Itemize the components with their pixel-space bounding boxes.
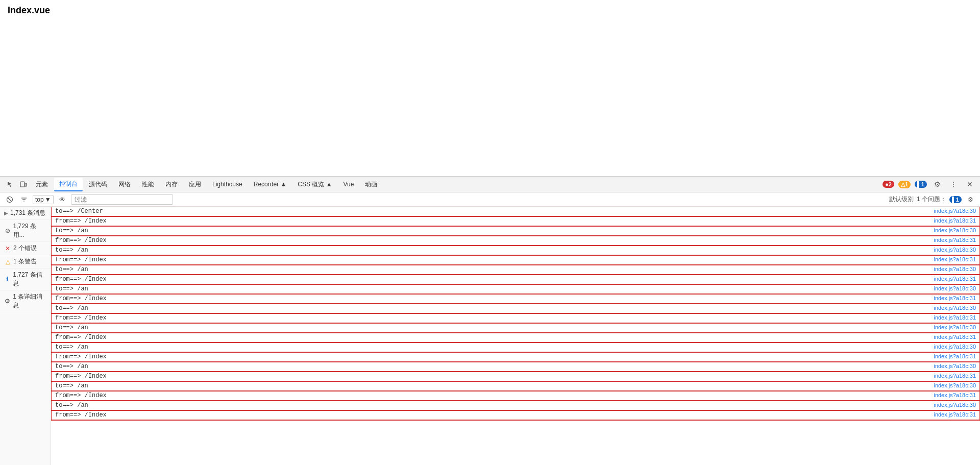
error-badge[interactable]: ●2 bbox=[883, 181, 894, 188]
clear-console-icon[interactable] bbox=[4, 194, 15, 205]
verbose-icon: ⊘ bbox=[4, 227, 11, 234]
context-selector[interactable]: top ▼ bbox=[33, 195, 54, 204]
console-main: ▶ 1,731 条消息 ⊘ 1,729 条用... ✕ 2 个错误 △ 1 条警… bbox=[0, 207, 980, 465]
log-entry: from==> /Indexindex.js?a18c:31 bbox=[51, 391, 980, 401]
log-source[interactable]: index.js?a18c:30 bbox=[929, 401, 980, 408]
devtools-toolbar: 元素 控制台 源代码 网络 性能 内存 应用 Lighthouse Record… bbox=[0, 176, 980, 192]
log-message: from==> /Index bbox=[51, 217, 929, 225]
info-badge[interactable]: ▌1 bbox=[915, 181, 927, 188]
warning-badge[interactable]: △1 bbox=[898, 181, 911, 188]
console-right: 默认级别 1 个问题： ▌1 ⚙ bbox=[889, 194, 976, 205]
log-entry: from==> /Indexindex.js?a18c:31 bbox=[51, 333, 980, 342]
tab-application[interactable]: 应用 bbox=[184, 178, 206, 191]
log-message: to==> /an bbox=[51, 304, 929, 312]
log-message: to==> /Center bbox=[51, 207, 929, 215]
filter-input[interactable] bbox=[71, 194, 173, 205]
log-source[interactable]: index.js?a18c:31 bbox=[929, 256, 980, 263]
log-source[interactable]: index.js?a18c:31 bbox=[929, 411, 980, 418]
tab-memory[interactable]: 内存 bbox=[160, 178, 183, 191]
log-message: to==> /an bbox=[51, 246, 929, 254]
more-icon[interactable]: ⋮ bbox=[947, 178, 960, 190]
console-settings-icon[interactable]: ⚙ bbox=[965, 194, 976, 205]
log-entry: from==> /Indexindex.js?a18c:31 bbox=[51, 352, 980, 362]
log-source[interactable]: index.js?a18c:30 bbox=[929, 304, 980, 311]
sidebar-item-errors-label: 2 个错误 bbox=[13, 244, 37, 253]
cursor-icon[interactable] bbox=[4, 178, 16, 190]
console-toolbar: top ▼ 👁 默认级别 1 个问题： ▌1 ⚙ bbox=[0, 192, 980, 207]
sidebar-item-errors[interactable]: ✕ 2 个错误 bbox=[0, 242, 51, 255]
log-source[interactable]: index.js?a18c:31 bbox=[929, 275, 980, 282]
warning-icon: △ bbox=[4, 258, 11, 265]
log-source[interactable]: index.js?a18c:31 bbox=[929, 217, 980, 224]
log-source[interactable]: index.js?a18c:30 bbox=[929, 246, 980, 253]
log-message: from==> /Index bbox=[51, 411, 929, 419]
log-entry: from==> /Indexindex.js?a18c:31 bbox=[51, 236, 980, 246]
close-icon[interactable]: ✕ bbox=[964, 178, 976, 190]
settings-icon[interactable]: ⚙ bbox=[931, 178, 943, 190]
log-message: to==> /an bbox=[51, 285, 929, 293]
log-source[interactable]: index.js?a18c:30 bbox=[929, 382, 980, 389]
console-sidebar: ▶ 1,731 条消息 ⊘ 1,729 条用... ✕ 2 个错误 △ 1 条警… bbox=[0, 207, 51, 465]
page-content: Index.vue bbox=[0, 0, 980, 176]
log-source[interactable]: index.js?a18c:30 bbox=[929, 285, 980, 292]
tab-performance[interactable]: 性能 bbox=[137, 178, 159, 191]
tab-console[interactable]: 控制台 bbox=[54, 178, 83, 191]
log-source[interactable]: index.js?a18c:30 bbox=[929, 265, 980, 273]
sidebar-item-verbose2[interactable]: ⚙ 1 条详细消息 bbox=[0, 290, 51, 312]
log-source[interactable]: index.js?a18c:31 bbox=[929, 295, 980, 302]
tab-network[interactable]: 网络 bbox=[113, 178, 136, 191]
sidebar-item-all[interactable]: ▶ 1,731 条消息 bbox=[0, 207, 51, 220]
console-log-area: to==> /Centerindex.js?a18c:30from==> /In… bbox=[51, 207, 980, 465]
log-source[interactable]: index.js?a18c:30 bbox=[929, 207, 980, 214]
log-message: to==> /an bbox=[51, 324, 929, 332]
sidebar-item-warnings[interactable]: △ 1 条警告 bbox=[0, 255, 51, 268]
device-icon[interactable] bbox=[17, 178, 30, 190]
svg-line-3 bbox=[8, 198, 12, 201]
tab-recorder[interactable]: Recorder ▲ bbox=[249, 179, 292, 190]
log-message: from==> /Index bbox=[51, 372, 929, 380]
log-source[interactable]: index.js?a18c:31 bbox=[929, 353, 980, 360]
default-level-label[interactable]: 默认级别 bbox=[889, 195, 914, 204]
log-source[interactable]: index.js?a18c:31 bbox=[929, 391, 980, 399]
log-message: to==> /an bbox=[51, 343, 929, 351]
log-source[interactable]: index.js?a18c:31 bbox=[929, 372, 980, 379]
log-entry: to==> /anindex.js?a18c:30 bbox=[51, 362, 980, 372]
tab-lighthouse[interactable]: Lighthouse bbox=[207, 179, 248, 190]
sidebar-item-verbose2-label: 1 条详细消息 bbox=[13, 292, 46, 310]
tab-elements[interactable]: 元素 bbox=[31, 178, 53, 191]
log-entry: to==> /anindex.js?a18c:30 bbox=[51, 381, 980, 391]
error-icon: ✕ bbox=[4, 245, 11, 252]
log-source[interactable]: index.js?a18c:31 bbox=[929, 236, 980, 243]
context-label: top bbox=[35, 196, 44, 203]
log-message: from==> /Index bbox=[51, 391, 929, 400]
tab-animations[interactable]: 动画 bbox=[360, 178, 382, 191]
eye-icon[interactable]: 👁 bbox=[57, 194, 68, 205]
tab-sources[interactable]: 源代码 bbox=[84, 178, 112, 191]
tab-vue[interactable]: Vue bbox=[338, 179, 359, 190]
svg-rect-0 bbox=[20, 182, 24, 187]
sidebar-item-info[interactable]: ℹ 1,727 条信息 bbox=[0, 268, 51, 290]
log-entry: to==> /anindex.js?a18c:30 bbox=[51, 304, 980, 313]
log-message: from==> /Index bbox=[51, 295, 929, 303]
log-entry: from==> /Indexindex.js?a18c:31 bbox=[51, 294, 980, 304]
log-message: from==> /Index bbox=[51, 256, 929, 264]
log-entry: to==> /anindex.js?a18c:30 bbox=[51, 323, 980, 333]
dropdown-arrow-icon: ▼ bbox=[45, 196, 51, 203]
log-entry: to==> /anindex.js?a18c:30 bbox=[51, 401, 980, 410]
log-source[interactable]: index.js?a18c:31 bbox=[929, 333, 980, 340]
log-source[interactable]: index.js?a18c:31 bbox=[929, 314, 980, 321]
log-entry: from==> /Indexindex.js?a18c:31 bbox=[51, 275, 980, 284]
sidebar-item-warnings-label: 1 条警告 bbox=[13, 257, 37, 266]
log-entry: to==> /anindex.js?a18c:30 bbox=[51, 284, 980, 294]
tab-css-overview[interactable]: CSS 概览 ▲ bbox=[292, 178, 337, 191]
sidebar-item-verbose[interactable]: ⊘ 1,729 条用... bbox=[0, 220, 51, 242]
log-source[interactable]: index.js?a18c:30 bbox=[929, 324, 980, 331]
log-source[interactable]: index.js?a18c:30 bbox=[929, 362, 980, 370]
log-message: from==> /Index bbox=[51, 314, 929, 322]
log-entry: to==> /anindex.js?a18c:30 bbox=[51, 265, 980, 275]
log-source[interactable]: index.js?a18c:30 bbox=[929, 343, 980, 350]
log-entry: to==> /anindex.js?a18c:30 bbox=[51, 226, 980, 236]
filter-icon[interactable] bbox=[18, 194, 30, 205]
issues-badge[interactable]: ▌1 bbox=[949, 196, 962, 203]
log-source[interactable]: index.js?a18c:30 bbox=[929, 227, 980, 234]
